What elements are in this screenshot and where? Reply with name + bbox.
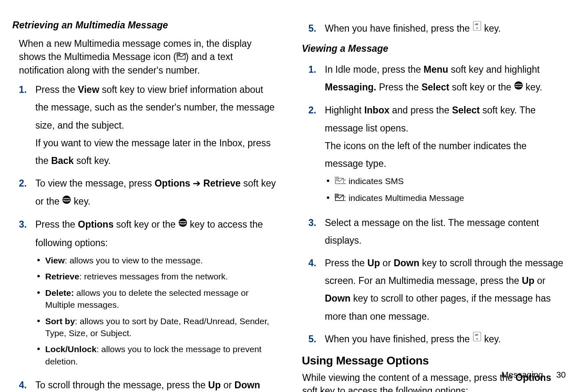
arrow: ➔ — [190, 178, 203, 189]
left-column: Retrieving an Multimedia Message When a … — [12, 20, 278, 392]
step-number: 5. — [302, 330, 325, 349]
list-item: Sort by: allows you to sort by Date, Rea… — [35, 315, 278, 339]
t: When you have finished, press the — [325, 23, 473, 34]
follow-text: The icons on the left of the number indi… — [325, 137, 568, 173]
section-heading: Using Message Options — [302, 354, 568, 367]
t: or — [221, 380, 234, 390]
mms-icon — [335, 192, 344, 204]
step-row: 1. In Idle mode, press the Menu soft key… — [302, 61, 568, 97]
t: soft key and highlight — [448, 64, 540, 75]
t: key. — [482, 334, 501, 344]
t: Select — [452, 105, 480, 115]
end-key-icon — [473, 330, 482, 348]
t: Up — [367, 258, 380, 268]
subheading-retrieving: Retrieving an Multimedia Message — [12, 20, 278, 31]
t: To scroll through the message, press the — [35, 380, 208, 390]
intro-text: When a new Multimedia message comes in, … — [19, 37, 278, 77]
step-row: 3. Press the Options soft key or the key… — [12, 216, 278, 371]
t: key to scroll to other pages, if the mes… — [325, 293, 551, 321]
t: Delete: — [45, 288, 74, 297]
step-row: 2. To view the message, press Options ➔ … — [12, 175, 278, 211]
t: Back — [51, 155, 74, 166]
step-number: 3. — [302, 214, 325, 249]
t: key. — [523, 82, 542, 92]
follow-text: If you want to view the message later in… — [35, 134, 278, 170]
t: Down — [235, 380, 261, 390]
step-number: 2. — [12, 175, 35, 211]
step-row: 5. When you have finished, press the key… — [302, 20, 568, 38]
t: Highlight — [325, 105, 364, 115]
step-number: 3. — [12, 216, 35, 371]
t: key. — [71, 196, 90, 207]
t: Menu — [424, 64, 448, 75]
t: To view the message, press — [35, 178, 154, 189]
t: allows you to delete the selected messag… — [45, 288, 249, 309]
t: or — [535, 275, 546, 286]
page-footer: Messaging 30 — [501, 370, 566, 380]
subheading-viewing: Viewing a Message — [302, 43, 568, 54]
footer-page: 30 — [556, 370, 566, 379]
step-number: 1. — [12, 81, 35, 170]
t: Lock/Unlock — [45, 344, 97, 354]
list-item: : indicates SMS — [325, 175, 568, 188]
list-item: : indicates Multimedia Message — [325, 192, 568, 205]
step-number: 4. — [302, 254, 325, 325]
step-row: 3. Select a message on the list. The mes… — [302, 214, 568, 249]
t: Press the — [325, 258, 368, 268]
t: : allows you to sort by Date, Read/Unrea… — [45, 316, 269, 338]
step-number: 1. — [302, 61, 325, 97]
ok-key-icon — [62, 192, 71, 210]
t: Sort by — [45, 316, 75, 326]
t: Press the — [35, 219, 78, 230]
t: Press the — [376, 82, 422, 92]
t: When you have finished, press the — [325, 334, 473, 344]
t: Messaging. — [325, 82, 376, 92]
t: Inbox — [364, 105, 389, 115]
t: key. — [482, 23, 501, 34]
step-number: 5. — [302, 20, 325, 38]
t: soft key or the — [449, 82, 514, 92]
t: In Idle mode, press the — [325, 64, 424, 75]
t: Options — [154, 178, 190, 189]
step-row: 4. Press the Up or Down key to scroll th… — [302, 254, 568, 325]
t: Press the — [35, 84, 78, 95]
t: Down — [394, 258, 420, 268]
t: Select — [422, 82, 450, 92]
t: Retrieve — [203, 178, 241, 189]
step-row: 5. When you have finished, press the key… — [302, 330, 568, 349]
t: View — [45, 256, 65, 265]
t: Up — [522, 275, 535, 286]
t: or — [380, 258, 394, 268]
sms-icon — [335, 175, 344, 187]
t: Down — [325, 293, 351, 304]
footer-section: Messaging — [501, 370, 543, 379]
step-row: 1. Press the View soft key to view brief… — [12, 81, 278, 170]
t: soft key to access the following options… — [302, 385, 468, 392]
t: Options — [78, 219, 114, 230]
t: : indicates Multimedia Message — [344, 193, 464, 203]
step-number: 4. — [12, 376, 35, 392]
step-number: 2. — [302, 101, 325, 209]
t: Up — [208, 380, 221, 390]
t: : retrieves messages from the network. — [79, 272, 228, 281]
list-item: Delete: allows you to delete the selecte… — [35, 287, 278, 311]
list-item: Lock/Unlock: allows you to lock the mess… — [35, 343, 278, 367]
t: : indicates SMS — [344, 176, 404, 186]
t: Retrieve — [45, 272, 79, 281]
t: : allows you to view to the message. — [65, 256, 203, 265]
step-row: 2. Highlight Inbox and press the Select … — [302, 101, 568, 209]
list-item: View: allows you to view to the message. — [35, 254, 278, 266]
ok-key-icon — [514, 78, 523, 96]
list-item: Retrieve: retrieves messages from the ne… — [35, 270, 278, 282]
right-column: 5. When you have finished, press the key… — [302, 20, 568, 392]
ok-key-icon — [178, 215, 187, 233]
t: and press the — [390, 105, 452, 115]
t: View — [78, 84, 99, 95]
t: Select a message on the list. The messag… — [325, 214, 568, 249]
mms-icon — [177, 50, 186, 63]
t: soft key. — [74, 155, 111, 166]
t: While viewing the content of a message, … — [302, 372, 516, 383]
end-key-icon — [473, 19, 482, 37]
step-row: 4. To scroll through the message, press … — [12, 376, 278, 392]
t: soft key or the — [113, 219, 178, 230]
